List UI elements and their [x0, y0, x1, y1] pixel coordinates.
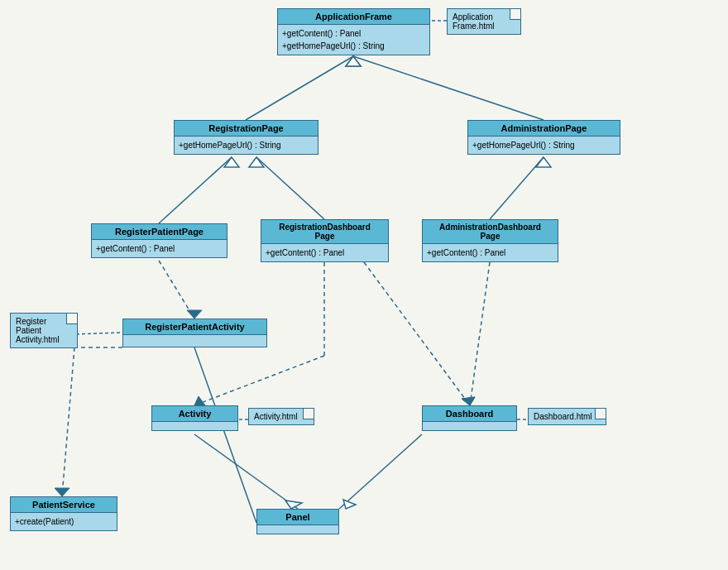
svg-marker-1 [346, 56, 361, 66]
svg-marker-14 [194, 396, 205, 405]
svg-line-8 [490, 157, 544, 219]
svg-marker-29 [343, 500, 356, 509]
registration-page-class: RegistrationPage +getHomePageUrl() : Str… [174, 120, 318, 155]
activity-class: Activity [151, 405, 238, 431]
application-frame-header: ApplicationFrame [278, 9, 429, 25]
administration-dashboard-page-header: AdministrationDashboardPage [423, 220, 558, 244]
administration-page-class: AdministrationPage +getHomePageUrl() : S… [467, 120, 620, 155]
svg-marker-16 [462, 397, 475, 405]
svg-marker-9 [536, 157, 551, 167]
register-patient-activity-class: RegisterPatientActivity [122, 319, 267, 347]
svg-marker-18 [462, 397, 475, 405]
register-patient-page-header: RegisterPatientPage [92, 224, 227, 240]
panel-class: Panel [256, 509, 339, 534]
svg-line-28 [339, 434, 422, 509]
patient-service-class: PatientService +create(Patient) [10, 496, 117, 531]
administration-page-header: AdministrationPage [468, 121, 620, 137]
diagram-container: ApplicationFrame +getContent() : Panel +… [0, 0, 728, 570]
svg-line-13 [194, 356, 324, 405]
dashboard-class: Dashboard [422, 405, 517, 431]
register-patient-note: RegisterPatientActivity.html [10, 313, 78, 348]
svg-marker-25 [55, 488, 69, 496]
svg-line-0 [246, 56, 353, 120]
dashboard-header: Dashboard [423, 406, 516, 422]
administration-dashboard-page-class: AdministrationDashboardPage +getContent(… [422, 219, 558, 262]
activity-body [152, 422, 237, 430]
activity-header: Activity [152, 406, 237, 422]
svg-line-2 [353, 56, 544, 120]
svg-line-15 [364, 262, 470, 405]
application-frame-note: ApplicationFrame.html [447, 8, 521, 35]
svg-marker-7 [249, 157, 264, 167]
administration-dashboard-page-body: +getContent() : Panel [423, 244, 558, 261]
register-patient-activity-body [123, 335, 266, 347]
svg-marker-5 [224, 157, 239, 167]
register-patient-activity-header: RegisterPatientActivity [123, 319, 266, 335]
svg-marker-27 [285, 501, 302, 509]
registration-page-header: RegistrationPage [175, 121, 318, 137]
svg-line-10 [159, 261, 194, 319]
registration-dashboard-page-class: RegistrationDashboardPage +getContent() … [261, 219, 389, 262]
registration-page-body: +getHomePageUrl() : String [175, 137, 318, 154]
patient-service-body: +create(Patient) [11, 513, 117, 530]
svg-line-4 [159, 157, 232, 223]
svg-line-30 [194, 347, 256, 523]
activity-note: Activity.html [248, 408, 314, 425]
svg-line-24 [62, 347, 74, 496]
svg-marker-11 [187, 310, 202, 319]
register-patient-page-class: RegisterPatientPage +getContent() : Pane… [91, 223, 228, 258]
dashboard-body [423, 422, 516, 430]
panel-body [257, 525, 338, 534]
svg-marker-3 [346, 56, 361, 66]
connectors-svg [0, 0, 728, 570]
dashboard-note: Dashboard.html [528, 408, 606, 425]
svg-line-6 [256, 157, 324, 219]
svg-line-26 [194, 434, 298, 509]
application-frame-class: ApplicationFrame +getContent() : Panel +… [277, 8, 430, 55]
svg-line-17 [470, 262, 490, 405]
register-patient-page-body: +getContent() : Panel [92, 240, 227, 257]
administration-page-body: +getHomePageUrl() : String [468, 137, 620, 154]
registration-dashboard-page-body: +getContent() : Panel [261, 244, 388, 261]
patient-service-header: PatientService [11, 497, 117, 513]
svg-line-19 [76, 333, 122, 334]
panel-header: Panel [257, 510, 338, 525]
registration-dashboard-page-header: RegistrationDashboardPage [261, 220, 388, 244]
application-frame-body: +getContent() : Panel +getHomePageUrl() … [278, 25, 429, 55]
